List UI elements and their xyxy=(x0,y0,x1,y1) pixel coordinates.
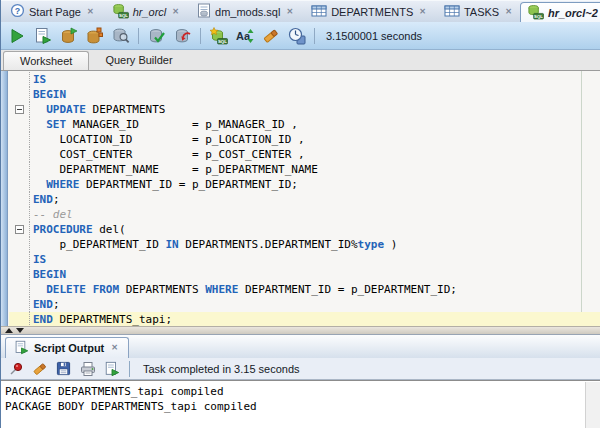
worksheet-tab-strip: Worksheet Query Builder xyxy=(1,50,600,71)
code-line[interactable]: END DEPARTMENTS_tapi; xyxy=(9,312,600,326)
explain-plan-button[interactable] xyxy=(84,25,105,46)
gutter-cell xyxy=(9,162,30,177)
run-script-icon xyxy=(14,340,29,357)
splitter-collapse-down-icon[interactable] xyxy=(16,328,24,333)
run-statement-button[interactable] xyxy=(6,25,27,46)
tab-departments[interactable]: DEPARTMENTS ✕ xyxy=(305,1,434,22)
gutter-cell xyxy=(9,237,30,252)
code-text: END; xyxy=(30,297,60,312)
sql-history-button[interactable] xyxy=(286,25,307,46)
gutter-cell xyxy=(9,297,30,312)
change-case-button[interactable]: Aa xyxy=(234,25,255,46)
code-text: DEPARTMENT_NAME = p_DEPARTMENT_NAME xyxy=(30,162,318,177)
close-icon[interactable]: ✕ xyxy=(109,343,120,353)
fold-collapse-icon[interactable] xyxy=(15,225,24,234)
table-icon xyxy=(444,4,460,20)
fold-collapse-icon[interactable] xyxy=(15,105,24,114)
sql-tuning-advisor-button[interactable] xyxy=(110,25,131,46)
code-text: BEGIN xyxy=(30,267,66,282)
worksheet-toolbar: SQL Aa 3.1500001 seconds xyxy=(1,22,600,50)
gutter-cell xyxy=(9,192,30,207)
task-status-text: Task completed in 3.15 seconds xyxy=(143,363,300,375)
code-line[interactable]: DELETE FROM DEPARTMENTS WHERE DEPARTMENT… xyxy=(9,282,600,297)
tab-label: DEPARTMENTS xyxy=(331,6,413,18)
code-line[interactable]: DEPARTMENT_NAME = p_DEPARTMENT_NAME xyxy=(9,162,600,177)
code-line[interactable]: SET MANAGER_ID = p_MANAGER_ID , xyxy=(9,117,600,132)
tab-label: Query Builder xyxy=(105,54,172,66)
code-line[interactable]: BEGIN xyxy=(9,267,600,282)
code-line[interactable]: END; xyxy=(9,192,600,207)
code-line[interactable]: PROCEDURE del( xyxy=(9,222,600,237)
gutter-cell xyxy=(9,252,30,267)
close-icon[interactable]: ✕ xyxy=(85,7,96,17)
execution-timer: 3.1500001 seconds xyxy=(326,30,422,42)
sql-code-editor[interactable]: ISBEGIN UPDATE DEPARTMENTS SET MANAGER_I… xyxy=(1,71,600,326)
gutter-cell xyxy=(9,102,30,117)
toolbar-separator xyxy=(129,361,130,377)
tab-label: TASKS xyxy=(464,6,499,18)
code-line[interactable]: UPDATE DEPARTMENTS xyxy=(9,102,600,117)
gutter-cell xyxy=(9,282,30,297)
save-button[interactable] xyxy=(55,360,72,377)
gutter-cell xyxy=(9,72,30,87)
tab-label: hr_orcl xyxy=(133,6,167,18)
run-script-button[interactable] xyxy=(32,25,53,46)
gutter-cell xyxy=(9,312,30,326)
code-lines-container: ISBEGIN UPDATE DEPARTMENTS SET MANAGER_I… xyxy=(9,72,600,326)
clear-button[interactable] xyxy=(260,25,281,46)
tab-hr-orcl[interactable]: SQL hr_orcl ✕ xyxy=(106,1,187,22)
code-line[interactable]: BEGIN xyxy=(9,87,600,102)
code-text: END DEPARTMENTS_tapi; xyxy=(30,312,172,326)
close-icon[interactable]: ✕ xyxy=(417,7,428,17)
code-line[interactable]: WHERE DEPARTMENT_ID = p_DEPARTMENT_ID; xyxy=(9,177,600,192)
document-tab-bar: ? Start Page ✕ SQL hr_orcl ✕ dm_mods.sql… xyxy=(1,0,600,22)
output-tab-strip: Script Output ✕ xyxy=(1,335,600,358)
code-line[interactable]: END; xyxy=(9,297,600,312)
tab-hr-orcl-2[interactable]: SQL hr_orcl~2 ✕ xyxy=(520,2,600,22)
close-icon[interactable]: ✕ xyxy=(503,7,514,17)
editor-left-frame xyxy=(1,71,8,326)
script-output-area[interactable]: PACKAGE DEPARTMENTS_tapi compiled PACKAG… xyxy=(1,380,600,428)
autotrace-button[interactable] xyxy=(58,25,79,46)
tab-worksheet[interactable]: Worksheet xyxy=(3,51,89,70)
code-line[interactable]: COST_CENTER = p_COST_CENTER , xyxy=(9,147,600,162)
close-icon[interactable]: ✕ xyxy=(284,7,295,17)
tab-tasks[interactable]: TASKS ✕ xyxy=(438,1,520,22)
tab-start-page[interactable]: ? Start Page ✕ xyxy=(4,1,102,22)
code-text: BEGIN xyxy=(30,87,66,102)
output-toolbar: Task completed in 3.15 seconds xyxy=(1,358,600,380)
tab-label: Script Output xyxy=(34,342,104,354)
output-scrollbar[interactable] xyxy=(585,382,600,428)
gutter-cell xyxy=(9,147,30,162)
output-line: PACKAGE DEPARTMENTS_tapi compiled xyxy=(5,384,600,399)
code-line[interactable]: IS xyxy=(9,252,600,267)
horizontal-splitter[interactable] xyxy=(1,326,600,335)
run-script-icon[interactable] xyxy=(103,360,120,377)
unshared-worksheet-button[interactable]: SQL xyxy=(208,25,229,46)
print-button[interactable] xyxy=(79,360,96,377)
tab-query-builder[interactable]: Query Builder xyxy=(89,50,188,70)
splitter-collapse-up-icon[interactable] xyxy=(5,328,13,333)
tab-script-output[interactable]: Script Output ✕ xyxy=(5,337,129,358)
tab-label: dm_mods.sql xyxy=(215,6,280,18)
tab-dm-mods[interactable]: dm_mods.sql ✕ xyxy=(191,1,301,22)
code-text: UPDATE DEPARTMENTS xyxy=(30,102,165,117)
pin-button[interactable] xyxy=(7,360,24,377)
close-icon[interactable]: ✕ xyxy=(170,7,181,17)
code-line[interactable]: IS xyxy=(9,72,600,87)
gutter-cell xyxy=(9,222,30,237)
gutter-cell xyxy=(9,132,30,147)
code-text: p_DEPARTMENT_ID IN DEPARTMENTS.DEPARTMEN… xyxy=(30,237,397,252)
svg-text:?: ? xyxy=(15,6,20,16)
rollback-button[interactable] xyxy=(172,25,193,46)
code-line[interactable]: -- del xyxy=(9,207,600,222)
code-line[interactable]: p_DEPARTMENT_ID IN DEPARTMENTS.DEPARTMEN… xyxy=(9,237,600,252)
toolbar-separator xyxy=(138,28,139,44)
clear-output-button[interactable] xyxy=(31,360,48,377)
tab-label: Worksheet xyxy=(20,55,72,67)
table-icon xyxy=(311,4,327,20)
gutter-cell xyxy=(9,207,30,222)
code-text: LOCATION_ID = p_LOCATION_ID , xyxy=(30,132,305,147)
commit-button[interactable] xyxy=(146,25,167,46)
code-line[interactable]: LOCATION_ID = p_LOCATION_ID , xyxy=(9,132,600,147)
